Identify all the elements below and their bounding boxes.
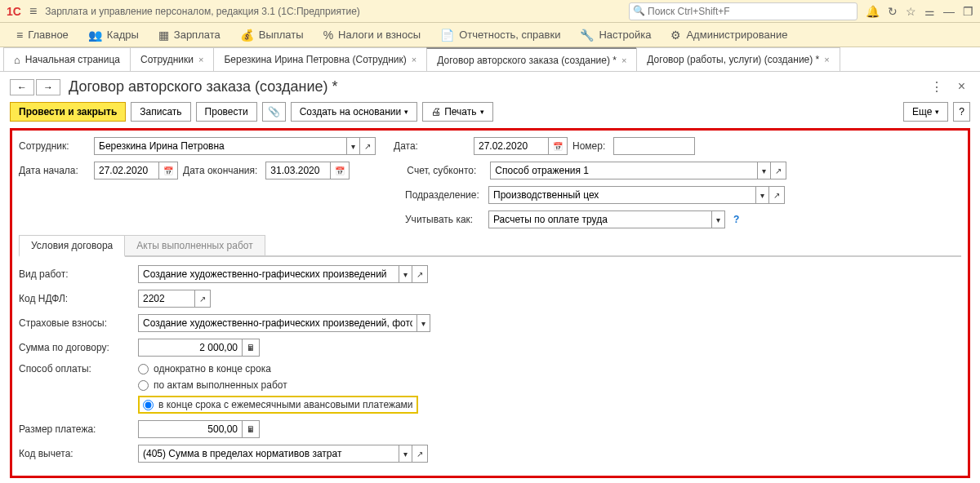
menu-settings[interactable]: 🔧Настройка: [572, 25, 659, 45]
employee-label: Сотрудник:: [19, 140, 89, 152]
tab-services-contract[interactable]: Договор (работы, услуги) (создание) *×: [636, 47, 840, 71]
section-tab-conditions[interactable]: Условия договора: [19, 235, 125, 257]
deduction-input[interactable]: [138, 445, 399, 463]
menu-taxes[interactable]: %Налоги и взносы: [315, 25, 430, 45]
percent-icon: %: [323, 29, 333, 42]
dropdown-icon[interactable]: ▾: [399, 445, 412, 463]
menu-personnel[interactable]: 👥Кадры: [80, 25, 147, 45]
number-input[interactable]: [613, 137, 695, 155]
nav-forward-button[interactable]: →: [36, 79, 60, 95]
calendar-icon[interactable]: 📅: [331, 162, 350, 179]
pay-option-acts[interactable]: по актам выполненных работ: [138, 379, 418, 391]
number-label: Номер:: [572, 140, 605, 152]
date-input[interactable]: [474, 137, 549, 155]
menu-reports[interactable]: 📄Отчетность, справки: [432, 25, 568, 45]
pay-option-once[interactable]: однократно в конце срока: [138, 363, 418, 374]
employee-input[interactable]: [94, 137, 347, 155]
section-tab-acts[interactable]: Акты выполненных работ: [124, 235, 265, 255]
tab-employees[interactable]: Сотрудники×: [130, 47, 214, 71]
sum-input[interactable]: [138, 339, 243, 357]
caret-down-icon: ▾: [404, 108, 408, 116]
calculator-icon[interactable]: 🖩: [243, 339, 260, 357]
calendar-icon[interactable]: 📅: [549, 137, 568, 155]
account-input[interactable]: [490, 162, 758, 179]
dropdown-icon[interactable]: ▾: [758, 162, 771, 179]
consider-label: Учитывать как:: [405, 214, 480, 225]
restore-icon[interactable]: ❐: [963, 5, 973, 18]
logo-1c: 1C: [7, 5, 21, 18]
create-based-button[interactable]: Создать на основании▾: [291, 102, 418, 122]
consider-input[interactable]: [488, 210, 712, 228]
open-icon[interactable]: ↗: [360, 137, 376, 155]
tab-author-contract[interactable]: Договор авторского заказа (создание) *×: [426, 47, 637, 71]
kebab-icon[interactable]: ⋮: [925, 79, 948, 95]
start-date-label: Дата начала:: [19, 165, 89, 176]
menu-salary[interactable]: ▦Зарплата: [150, 25, 229, 45]
help-icon[interactable]: ?: [733, 214, 739, 225]
post-close-button[interactable]: Провести и закрыть: [10, 102, 126, 122]
work-type-input[interactable]: [138, 265, 399, 283]
paperclip-icon: 📎: [268, 106, 280, 117]
insurance-input[interactable]: [138, 314, 417, 332]
pay-option-advance[interactable]: в конце срока с ежемесячными авансовыми …: [143, 399, 413, 410]
search-input[interactable]: [629, 2, 858, 20]
close-icon[interactable]: ×: [198, 55, 203, 64]
open-icon[interactable]: ↗: [769, 186, 785, 204]
printer-icon: 🖨: [431, 106, 441, 117]
dropdown-icon[interactable]: ▾: [417, 314, 430, 332]
tab-home[interactable]: ⌂Начальная страница: [3, 47, 131, 71]
minimize-icon[interactable]: —: [943, 5, 955, 18]
pay-method-label: Способ оплаты:: [19, 363, 133, 374]
tab-employee-card[interactable]: Березкина Ирина Петровна (Сотрудник)×: [213, 47, 427, 71]
dropdown-icon[interactable]: ▾: [712, 210, 725, 228]
dept-input[interactable]: [488, 186, 756, 204]
equals-icon[interactable]: ⚌: [924, 5, 935, 18]
menu-admin[interactable]: ⚙Администрирование: [662, 25, 795, 45]
bell-icon[interactable]: 🔔: [866, 5, 880, 18]
help-button[interactable]: ?: [953, 102, 970, 122]
end-date-label: Дата окончания:: [183, 165, 257, 176]
page-title: Договор авторского заказа (создание) *: [69, 78, 337, 95]
open-icon[interactable]: ↗: [771, 162, 786, 179]
money-icon: 💰: [240, 29, 254, 42]
sum-label: Сумма по договору:: [19, 342, 133, 353]
attach-button[interactable]: 📎: [262, 102, 286, 122]
people-icon: 👥: [88, 29, 102, 42]
hamburger-icon[interactable]: ≡: [29, 4, 37, 19]
close-icon[interactable]: ×: [621, 55, 626, 65]
menu-payments[interactable]: 💰Выплаты: [232, 25, 312, 45]
payment-size-input[interactable]: [138, 420, 243, 438]
ndfl-input[interactable]: [138, 290, 195, 308]
start-date-input[interactable]: [94, 162, 159, 179]
deduction-label: Код вычета:: [19, 448, 133, 459]
history-icon[interactable]: ↻: [888, 5, 898, 18]
ndfl-label: Код НДФЛ:: [19, 293, 133, 304]
save-button[interactable]: Записать: [131, 102, 190, 122]
print-button[interactable]: 🖨Печать▾: [422, 102, 492, 122]
close-icon[interactable]: ×: [824, 55, 829, 64]
open-icon[interactable]: ↗: [195, 290, 211, 308]
gear-icon: ⚙: [670, 29, 681, 42]
close-page-icon[interactable]: ×: [953, 79, 970, 95]
account-label: Счет, субконто:: [407, 165, 482, 176]
star-icon[interactable]: ☆: [906, 5, 916, 18]
list-icon: ≡: [16, 29, 23, 42]
calculator-icon[interactable]: 🖩: [243, 420, 260, 438]
open-icon[interactable]: ↗: [412, 445, 428, 463]
wrench-icon: 🔧: [580, 29, 594, 42]
doc-icon: 📄: [440, 29, 454, 42]
close-icon[interactable]: ×: [412, 55, 416, 64]
nav-back-button[interactable]: ←: [10, 79, 34, 95]
more-button[interactable]: Еще▾: [903, 102, 948, 122]
post-button[interactable]: Провести: [196, 102, 257, 122]
dropdown-icon[interactable]: ▾: [756, 186, 769, 204]
date-label: Дата:: [394, 140, 466, 152]
menu-main[interactable]: ≡Главное: [8, 25, 77, 45]
caret-down-icon: ▾: [935, 108, 939, 116]
dropdown-icon[interactable]: ▾: [399, 265, 412, 283]
app-title: Зарплата и управление персоналом, редакц…: [45, 6, 360, 17]
end-date-input[interactable]: [265, 162, 331, 179]
calendar-icon[interactable]: 📅: [159, 162, 178, 179]
dropdown-icon[interactable]: ▾: [347, 137, 360, 155]
open-icon[interactable]: ↗: [412, 265, 428, 283]
